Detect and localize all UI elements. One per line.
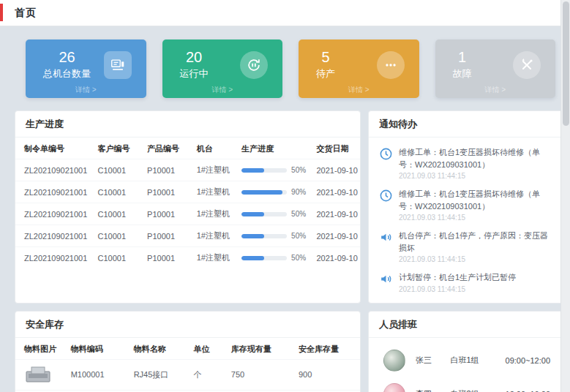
total-machines-value: 26 <box>43 49 91 65</box>
waiting-value: 5 <box>316 49 335 65</box>
panels-grid: 生产进度 制令单编号 客户编号 产品编号 机台 生产进度 交货日期 <box>15 110 564 392</box>
current-stock-cell: 750 <box>228 359 296 390</box>
col-material-image: 物料图片 <box>15 338 68 360</box>
schedule-row: 李四 白班2组 12:00~16:00 <box>383 377 550 392</box>
speaker-icon <box>379 272 393 286</box>
scrollbar-thumb[interactable] <box>563 1 569 126</box>
stat-card-running[interactable]: 20 运行中 详情 > <box>162 39 283 98</box>
material-code-cell: M100001 <box>68 359 131 390</box>
progress-cell: 50% <box>239 247 313 269</box>
machine-icon <box>104 51 132 79</box>
progress-bar <box>241 234 287 238</box>
top-bar: 首页 <box>0 0 570 26</box>
progress-label: 50% <box>291 166 306 174</box>
production-table: 制令单编号 客户编号 产品编号 机台 生产进度 交货日期 ZL202109021… <box>15 137 360 268</box>
shift-label: 白班2组 <box>450 388 505 392</box>
shift-time: 09:00~12:00 <box>506 356 550 365</box>
fault-detail-link[interactable]: 详情 > <box>435 85 556 95</box>
fault-label: 故障 <box>453 67 472 80</box>
unit-cell: 个 <box>191 359 228 390</box>
col-material-code: 物料编码 <box>68 338 131 360</box>
avatar <box>383 383 405 392</box>
progress-bar <box>241 168 287 173</box>
sync-icon <box>240 51 268 79</box>
schedule-row: 张三 白班1组 09:00~12:00 <box>383 344 550 377</box>
progress-bar <box>241 212 287 216</box>
running-label: 运行中 <box>180 67 209 80</box>
product-no-cell: P10001 <box>144 159 194 181</box>
machine-cell: 1#注塑机 <box>194 159 239 181</box>
main-content: 26 总机台数量 详情 > <box>0 26 570 392</box>
material-image-cell <box>15 359 68 390</box>
col-machine: 机台 <box>194 137 239 159</box>
stat-card-total-machines[interactable]: 26 总机台数量 详情 > <box>26 39 146 98</box>
customer-no-cell: C10001 <box>95 159 145 181</box>
stat-card-waiting[interactable]: 5 待产 详情 > <box>299 39 419 98</box>
clock-icon <box>379 147 393 161</box>
progress-cell: 90% <box>239 181 313 203</box>
shift-label: 白班1组 <box>450 355 505 366</box>
order-no-cell: ZL202109021001 <box>15 203 95 225</box>
order-no-cell: ZL202109021001 <box>15 159 95 181</box>
customer-no-cell: C10001 <box>95 247 145 269</box>
schedule-panel-title: 人员排班 <box>369 312 563 338</box>
notification-list: 维修工单：机台1变压器损坏待维修（单号：WX202109031001） 2021… <box>369 137 563 303</box>
production-row: ZL202109021001 C10001 P10001 1#注塑机 50% 2… <box>15 203 360 225</box>
progress-cell: 50% <box>239 159 313 181</box>
waiting-detail-link[interactable]: 详情 > <box>299 85 419 95</box>
product-no-cell: P10001 <box>144 203 194 225</box>
progress-label: 90% <box>291 188 306 196</box>
col-material-name: 物料名称 <box>131 338 191 360</box>
progress-cell: 50% <box>239 225 313 247</box>
notification-time: 2021.09.03 11:44:15 <box>399 214 555 222</box>
delivery-date-cell: 2021-09-10 <box>314 203 361 225</box>
inventory-table: 物料图片 物料编码 物料名称 单位 库存现有量 安全库存量 <box>15 338 360 392</box>
col-order-no: 制令单编号 <box>15 137 95 159</box>
personnel-schedule-panel: 人员排班 张三 白班1组 09:00~12:00 李四 白班2组 12:00~1… <box>368 311 564 392</box>
shift-time: 12:00~16:00 <box>506 390 550 392</box>
progress-bar <box>241 256 287 260</box>
product-no-cell: P10001 <box>144 247 194 269</box>
total-machines-label: 总机台数量 <box>43 67 91 80</box>
notification-text: 计划暂停：机台1生产计划已暂停 <box>399 271 516 284</box>
notification-item[interactable]: 机台停产：机台1停产，停产原因：变压器损坏 2021.09.03 11:44:1… <box>379 230 555 263</box>
rj45-connector-photo <box>24 365 52 385</box>
notification-item[interactable]: 维修工单：机台1变压器损坏待维修（单号：WX202109031001） 2021… <box>379 188 555 222</box>
notification-text: 维修工单：机台1变压器损坏待维修（单号：WX202109031001） <box>399 146 555 170</box>
schedule-list: 张三 白班1组 09:00~12:00 李四 白班2组 12:00~16:00 … <box>369 338 563 392</box>
progress-cell: 50% <box>239 203 313 225</box>
progress-label: 50% <box>291 210 306 218</box>
order-no-cell: ZL202109021001 <box>15 181 95 203</box>
col-delivery-date: 交货日期 <box>314 137 361 159</box>
speaker-icon <box>379 230 393 244</box>
clock-icon <box>379 189 393 203</box>
production-row: ZL202109021001 C10001 P10001 1#注塑机 90% 2… <box>15 181 360 203</box>
col-unit: 单位 <box>191 338 228 360</box>
product-no-cell: P10001 <box>144 225 194 247</box>
progress-label: 50% <box>291 254 306 262</box>
material-name-cell: RJ45接口 <box>131 359 191 390</box>
notification-text: 机台停产：机台1停产，停产原因：变压器损坏 <box>399 230 555 254</box>
production-header-row: 制令单编号 客户编号 产品编号 机台 生产进度 交货日期 <box>15 137 360 159</box>
machine-cell: 1#注塑机 <box>194 247 239 269</box>
production-row: ZL202109021001 C10001 P10001 1#注塑机 50% 2… <box>15 225 360 247</box>
col-product-no: 产品编号 <box>144 137 194 159</box>
machine-cell: 1#注塑机 <box>194 203 239 225</box>
mes-dashboard: 首页 26 总机台数量 <box>0 0 570 392</box>
total-machines-detail-link[interactable]: 详情 > <box>26 85 146 95</box>
production-progress-panel: 生产进度 制令单编号 客户编号 产品编号 机台 生产进度 交货日期 <box>15 110 361 304</box>
stat-card-fault[interactable]: 1 故障 详情 > <box>435 39 556 98</box>
notification-item[interactable]: 维修工单：机台1变压器损坏待维修（单号：WX202109031001） 2021… <box>379 146 555 180</box>
notification-item[interactable]: 计划暂停：机台1生产计划已暂停 2021.09.03 11:44:15 <box>379 271 555 293</box>
machine-cell: 1#注塑机 <box>194 225 239 247</box>
employee-name: 李四 <box>416 388 450 392</box>
running-detail-link[interactable]: 详情 > <box>162 85 283 95</box>
notification-text: 维修工单：机台1变压器损坏待维修（单号：WX202109031001） <box>399 188 555 212</box>
tools-icon <box>513 51 541 79</box>
customer-no-cell: C10001 <box>95 225 145 247</box>
scrollbar[interactable] <box>560 0 570 392</box>
customer-no-cell: C10001 <box>95 203 145 225</box>
production-row: ZL202109021001 C10001 P10001 1#注塑机 50% 2… <box>15 159 360 181</box>
inventory-row: M100001 RJ45接口 个 750 900 <box>15 359 360 390</box>
product-no-cell: P10001 <box>144 181 194 203</box>
